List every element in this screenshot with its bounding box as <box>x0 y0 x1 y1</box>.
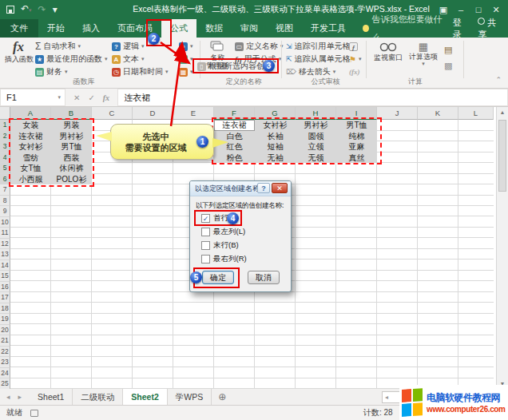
checkbox-icon[interactable] <box>201 228 210 236</box>
column-header-E[interactable]: E <box>173 107 214 120</box>
row-header-14[interactable]: 14 <box>0 260 10 271</box>
theta-icon: θ <box>179 55 188 64</box>
save-icon[interactable] <box>6 6 14 14</box>
row-header-12[interactable]: 12 <box>0 239 10 250</box>
sign-in-button[interactable]: 登录 <box>453 17 467 41</box>
sheet-tab-3[interactable]: 学WPS <box>168 389 212 405</box>
sheet-tab-0[interactable]: Sheet1 <box>30 389 73 405</box>
cancel-button[interactable]: 取消 <box>248 271 280 284</box>
vertical-scroll-thumb[interactable] <box>498 120 506 192</box>
column-header-C[interactable]: C <box>92 107 133 120</box>
define-name-button[interactable]: ▭ 定义名称▾ <box>235 41 284 52</box>
more-functions-button[interactable]: ▦▾ <box>179 66 193 77</box>
ribbon-tab-5[interactable]: 数据 <box>196 19 232 38</box>
redo-icon[interactable]: ↷ <box>38 5 46 14</box>
sheet-tab-1[interactable]: 二级联动 <box>73 389 123 405</box>
row-header-19[interactable]: 19 <box>0 314 10 325</box>
star-icon: ★ <box>35 55 44 64</box>
vertical-scrollbar[interactable]: ▲ ▼ <box>496 107 508 389</box>
count-status: 计数: 28 <box>363 407 393 418</box>
name-box[interactable]: F1 ▾ <box>0 89 65 106</box>
column-header-J[interactable]: J <box>377 107 418 120</box>
row-header-17[interactable]: 17 <box>0 292 10 303</box>
row-header-24[interactable]: 24 <box>0 368 10 379</box>
annotation-callout: 先选中 需要设置的区域 1 <box>110 124 214 160</box>
dialog-option-1[interactable]: 最左列(L) <box>201 227 245 237</box>
new-sheet-icon[interactable]: ⊕ <box>212 389 232 405</box>
step-4-badge: 4 <box>227 212 239 224</box>
share-button[interactable]: 共享 <box>478 17 500 41</box>
formula-content[interactable]: 连衣裙 <box>117 89 508 106</box>
row-header-9[interactable]: 9 <box>0 206 10 217</box>
name-box-dropdown-icon[interactable]: ▾ <box>58 94 61 101</box>
watch-window-button[interactable]: 监视窗口 <box>371 42 406 61</box>
sheet-nav-left-icon[interactable]: ◂ <box>6 393 10 401</box>
step-5-badge: 5 <box>190 271 202 283</box>
annotation-dashed-range-fi <box>212 117 382 164</box>
checkbox-icon[interactable] <box>201 255 210 263</box>
row-header-15[interactable]: 15 <box>0 271 10 282</box>
trace-dependents-button[interactable]: ⇱ 追踪从属单元格 <box>286 53 351 65</box>
insert-function-button[interactable]: fx 插入函数 <box>5 39 32 63</box>
remove-arrows-button[interactable]: ⌦ 移去箭头▾ <box>286 66 335 77</box>
financial-button[interactable]: ▤ 财务▾ <box>35 66 68 77</box>
dialog-close-icon[interactable]: ✕ <box>272 183 288 193</box>
row-header-20[interactable]: 20 <box>0 325 10 336</box>
row-header-16[interactable]: 16 <box>0 282 10 293</box>
financial-icon: ▤ <box>35 68 44 77</box>
calculate-sheet-icon[interactable]: ▩ <box>444 60 452 71</box>
lightbulb-icon <box>363 25 369 32</box>
cancel-entry-icon[interactable]: ✕ <box>73 93 80 102</box>
name-tag-icon <box>210 41 224 52</box>
row-header-22[interactable]: 22 <box>0 347 10 358</box>
ribbon-tab-8[interactable]: 开发工具 <box>302 19 355 38</box>
sheet-nav-right-icon[interactable]: ▸ <box>18 393 22 401</box>
calculation-options-button[interactable]: ▦ 计算选项 ▾ <box>409 41 438 67</box>
scroll-up-icon[interactable]: ▲ <box>497 109 508 115</box>
ribbon-tab-2[interactable]: 插入 <box>73 19 109 38</box>
insert-function-icon[interactable]: fx <box>103 93 109 102</box>
calculate-now-icon[interactable]: ▤ <box>444 44 452 55</box>
row-header-10[interactable]: 10 <box>0 217 10 228</box>
dialog-option-3[interactable]: 最右列(R) <box>201 254 247 264</box>
row-header-8[interactable]: 8 <box>0 196 10 207</box>
autosum-button[interactable]: Σ 自动求和▾ <box>35 41 81 52</box>
math-trig-button[interactable]: θ▾ <box>179 53 193 65</box>
logical-button[interactable]: ? 逻辑▾ <box>112 41 145 52</box>
ribbon-tab-file[interactable]: 文件 <box>0 19 38 38</box>
row-header-18[interactable]: 18 <box>0 303 10 315</box>
checkbox-icon[interactable] <box>201 241 210 250</box>
confirm-entry-icon[interactable]: ✓ <box>88 93 94 102</box>
ribbon-tab-1[interactable]: 开始 <box>38 19 73 38</box>
row-header-21[interactable]: 21 <box>0 335 10 347</box>
text-functions-button[interactable]: A 文本▾ <box>112 53 145 65</box>
recently-used-button[interactable]: ★ 最近使用的函数▾ <box>35 53 108 65</box>
column-header-L[interactable]: L <box>458 107 494 120</box>
ribbon-tab-7[interactable]: 视图 <box>267 19 302 38</box>
error-checking-icon[interactable]: ⚑▾ <box>349 53 361 65</box>
lookup-reference-button[interactable]: ⌕▾ <box>179 41 193 52</box>
customize-qat-icon[interactable]: ▾ <box>53 5 58 14</box>
evaluate-formula-icon[interactable]: (fx) <box>349 66 360 77</box>
row-header-13[interactable]: 13 <box>0 249 10 260</box>
column-header-D[interactable]: D <box>133 107 173 120</box>
sheet-tab-2[interactable]: Sheet2 <box>123 389 167 405</box>
annotation-dashed-range-ab <box>9 118 94 187</box>
show-formulas-icon[interactable]: ƒ <box>349 41 358 52</box>
row-header-11[interactable]: 11 <box>0 228 10 239</box>
date-time-button[interactable]: ◷ 日期和时间▾ <box>112 66 169 77</box>
trace-precedents-button[interactable]: ⇲ 追踪引用单元格 <box>286 41 351 52</box>
collapse-ribbon-icon[interactable]: ⌃ <box>495 76 502 84</box>
undo-icon[interactable]: ↶▾ <box>21 4 32 15</box>
dialog-help-icon[interactable]: ? <box>257 183 270 193</box>
row-header-23[interactable]: 23 <box>0 357 10 368</box>
row-header-25[interactable]: 25 <box>0 378 10 389</box>
ribbon-tab-6[interactable]: 审阅 <box>232 19 267 38</box>
column-header-K[interactable]: K <box>418 107 458 120</box>
scroll-left-icon[interactable]: ◂ <box>385 394 388 401</box>
dialog-option-2[interactable]: 末行(B) <box>201 240 239 251</box>
tell-me-box[interactable]: 告诉我您想要做什么... <box>355 19 453 38</box>
trace-precedents-icon: ⇲ <box>286 42 292 50</box>
macro-record-icon[interactable] <box>30 410 38 417</box>
formula-bar: F1 ▾ ✕ ✓ fx 连衣裙 <box>0 89 508 107</box>
